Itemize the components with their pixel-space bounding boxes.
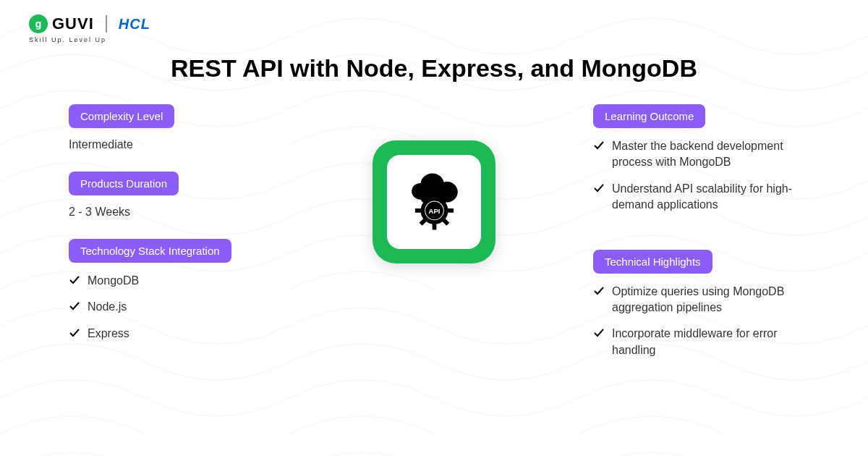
svg-rect-6 <box>432 223 436 230</box>
check-icon <box>69 274 80 286</box>
svg-rect-4 <box>446 208 454 213</box>
svg-rect-2 <box>432 191 436 198</box>
list-item: MongoDB <box>69 273 275 289</box>
tech-highlights-badge: Technical Highlights <box>593 250 712 274</box>
check-icon <box>593 140 605 151</box>
logo-divider <box>106 15 107 33</box>
guvi-logo: g GUVI <box>29 14 94 33</box>
tech-stack-list: MongoDB Node.js Express <box>69 273 275 342</box>
list-item: Express <box>69 326 275 342</box>
left-column: Complexity Level Intermediate Products D… <box>29 104 275 362</box>
duration-badge: Products Duration <box>69 172 179 195</box>
page-title: REST API with Node, Express, and MongoDB <box>29 54 839 83</box>
learning-outcome-badge: Learning Outcome <box>593 104 705 128</box>
tech-stack-section: Technology Stack Integration MongoDB Nod… <box>69 239 275 342</box>
tech-highlights-list: Optimize queries using MongoDB aggregati… <box>593 284 817 359</box>
learning-outcome-list: Master the backend development process w… <box>593 138 817 214</box>
learning-outcome-section: Learning Outcome Master the backend deve… <box>593 104 817 214</box>
brand-tagline: Skill Up. Level Up <box>29 36 839 43</box>
guvi-brand-text: GUVI <box>52 14 94 33</box>
list-item: Incorporate middleware for error handlin… <box>593 326 817 358</box>
tech-highlights-item: Optimize queries using MongoDB aggregati… <box>612 284 817 316</box>
header-logos: g GUVI HCL <box>29 14 839 33</box>
tech-stack-item: Node.js <box>88 299 127 315</box>
learning-outcome-item: Master the backend development process w… <box>612 138 817 171</box>
complexity-badge: Complexity Level <box>69 104 174 128</box>
guvi-icon: g <box>29 14 48 33</box>
list-item: Master the backend development process w… <box>593 138 817 171</box>
tech-stack-item: MongoDB <box>88 273 139 289</box>
check-icon <box>69 300 80 312</box>
check-icon <box>593 285 605 297</box>
learning-outcome-item: Understand API scalability for high-dema… <box>612 181 817 214</box>
tech-highlights-item: Incorporate middleware for error handlin… <box>612 326 817 358</box>
check-icon <box>69 327 80 339</box>
svg-text:API: API <box>428 206 440 214</box>
center-illustration: API <box>362 104 506 263</box>
hcl-brand-text: HCL <box>119 16 150 33</box>
api-cloud-gear-icon: API <box>400 168 469 237</box>
check-icon <box>593 327 605 339</box>
duration-section: Products Duration 2 - 3 Weeks <box>69 172 275 219</box>
list-item: Optimize queries using MongoDB aggregati… <box>593 284 817 316</box>
svg-rect-8 <box>414 208 422 213</box>
list-item: Understand API scalability for high-dema… <box>593 181 817 214</box>
tech-stack-item: Express <box>88 326 129 342</box>
duration-value: 2 - 3 Weeks <box>69 206 275 219</box>
right-column: Learning Outcome Master the backend deve… <box>593 104 839 379</box>
list-item: Node.js <box>69 299 275 315</box>
tech-highlights-section: Technical Highlights Optimize queries us… <box>593 250 817 359</box>
tech-stack-badge: Technology Stack Integration <box>69 239 231 263</box>
check-icon <box>593 182 605 194</box>
complexity-value: Intermediate <box>69 138 275 151</box>
complexity-section: Complexity Level Intermediate <box>69 104 275 151</box>
